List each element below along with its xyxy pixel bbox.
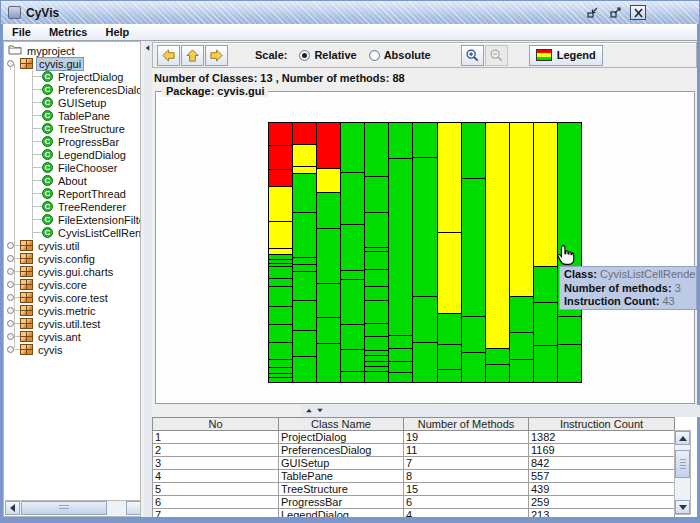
tree-collapsed-handle[interactable] — [4, 278, 20, 291]
method-block[interactable] — [462, 123, 485, 179]
horizontal-splitter[interactable] — [301, 405, 700, 417]
method-block[interactable] — [293, 258, 316, 265]
tree-node-class[interactable]: CTreeStructure — [4, 122, 141, 135]
legend-button[interactable]: Legend — [529, 45, 603, 66]
treemap-column[interactable] — [365, 123, 389, 382]
table-row[interactable]: 5TreeStructure15439 — [153, 483, 675, 496]
method-block[interactable] — [365, 372, 388, 382]
method-block[interactable] — [438, 123, 461, 233]
treemap-column[interactable] — [293, 123, 317, 382]
method-block[interactable] — [317, 284, 340, 318]
method-block[interactable] — [462, 353, 485, 382]
method-block[interactable] — [365, 337, 388, 350]
method-block[interactable] — [510, 123, 533, 297]
tree-node-class[interactable]: CGUISetup — [4, 96, 141, 109]
method-block[interactable] — [534, 267, 557, 303]
method-block[interactable] — [341, 372, 364, 382]
menu-file[interactable]: File — [3, 24, 40, 40]
method-block[interactable] — [293, 145, 316, 167]
table-row[interactable]: 7LegendDialog4213 — [153, 509, 675, 518]
method-block[interactable] — [558, 345, 581, 382]
tree-collapsed-handle[interactable] — [4, 343, 20, 356]
method-block[interactable] — [269, 279, 292, 287]
relative-radio[interactable] — [299, 50, 310, 61]
method-block[interactable] — [341, 225, 364, 272]
method-block[interactable] — [365, 287, 388, 300]
method-block[interactable] — [413, 343, 436, 382]
method-block[interactable] — [269, 123, 292, 146]
method-block[interactable] — [317, 193, 340, 229]
method-block[interactable] — [293, 272, 316, 302]
method-block[interactable] — [486, 365, 509, 382]
tree-expanded-handle[interactable] — [4, 57, 20, 70]
tree-collapsed-handle[interactable] — [4, 330, 20, 343]
tree-node-package[interactable]: cyvis.util — [4, 239, 141, 252]
tree-node-class[interactable]: CPreferencesDialog — [4, 83, 141, 96]
method-block[interactable] — [293, 123, 316, 145]
treemap-column[interactable] — [413, 123, 437, 382]
vertical-splitter[interactable] — [144, 41, 152, 517]
up-button[interactable] — [181, 45, 204, 66]
minimize-button[interactable] — [584, 5, 600, 20]
menu-help[interactable]: Help — [96, 24, 138, 40]
zoom-out-button[interactable] — [485, 45, 508, 66]
method-block[interactable] — [534, 346, 557, 382]
method-block[interactable] — [341, 271, 364, 280]
method-block[interactable] — [269, 307, 292, 325]
method-block[interactable] — [317, 229, 340, 284]
treemap-column[interactable] — [510, 123, 534, 382]
method-block[interactable] — [317, 318, 340, 344]
method-block[interactable] — [389, 159, 412, 336]
method-block[interactable] — [317, 169, 340, 193]
table-row[interactable]: 3GUISetup7842 — [153, 457, 675, 470]
zoom-in-button[interactable] — [461, 45, 484, 66]
method-block[interactable] — [269, 267, 292, 278]
tree-node-package[interactable]: cyvis.util.test — [4, 317, 141, 330]
method-block[interactable] — [438, 233, 461, 314]
tree-node-package-selected[interactable]: cyvis.gui — [4, 57, 141, 70]
method-block[interactable] — [438, 314, 461, 344]
tree-node-class[interactable]: CTablePane — [4, 109, 141, 122]
scroll-right-button[interactable] — [126, 501, 141, 515]
title-bar[interactable]: CyVis — [1, 1, 699, 24]
method-block[interactable] — [269, 222, 292, 248]
tree-node-class[interactable]: CLegendDialog — [4, 148, 141, 161]
class-treemap[interactable] — [268, 122, 582, 383]
treemap-column[interactable] — [534, 123, 558, 382]
tree-node-class[interactable]: CFileChooser — [4, 161, 141, 174]
treemap-column[interactable] — [438, 123, 462, 382]
scroll-left-button[interactable] — [5, 501, 20, 515]
method-block[interactable] — [534, 303, 557, 345]
tree-node-class[interactable]: CProgressBar — [4, 135, 141, 148]
method-block[interactable] — [293, 174, 316, 213]
scroll-up-button[interactable] — [675, 431, 690, 445]
table-row[interactable]: 4TablePane8557 — [153, 470, 675, 483]
method-block[interactable] — [269, 170, 292, 188]
method-block[interactable] — [269, 343, 292, 360]
maximize-button[interactable] — [607, 5, 623, 20]
method-block[interactable] — [341, 280, 364, 325]
menu-metrics[interactable]: Metrics — [40, 24, 97, 40]
method-block[interactable] — [486, 349, 509, 365]
table-row[interactable]: 2PreferencesDialog111169 — [153, 444, 675, 457]
tree-node-class[interactable]: CReportThread — [4, 187, 141, 200]
method-block[interactable] — [269, 146, 292, 169]
method-block[interactable] — [341, 173, 364, 224]
method-block[interactable] — [317, 344, 340, 382]
tree-scrollbar-thumb[interactable] — [21, 501, 107, 515]
method-block[interactable] — [365, 324, 388, 337]
treemap-column[interactable] — [462, 123, 486, 382]
method-block[interactable] — [413, 297, 436, 342]
close-button[interactable] — [630, 5, 646, 20]
back-button[interactable] — [157, 45, 180, 66]
method-block[interactable] — [510, 297, 533, 332]
method-block[interactable] — [534, 123, 557, 267]
tree-node-package[interactable]: cyvis.gui.charts — [4, 265, 141, 278]
tree-node-class[interactable]: CFileExtensionFilter — [4, 213, 141, 226]
method-block[interactable] — [365, 123, 388, 177]
scale-absolute-option[interactable]: Absolute — [369, 49, 431, 61]
tree-node-package[interactable]: cyvis.core — [4, 278, 141, 291]
tree-node-package[interactable]: cyvis.core.test — [4, 291, 141, 304]
method-block[interactable] — [317, 123, 340, 169]
tree-node-package[interactable]: cyvis — [4, 343, 141, 356]
